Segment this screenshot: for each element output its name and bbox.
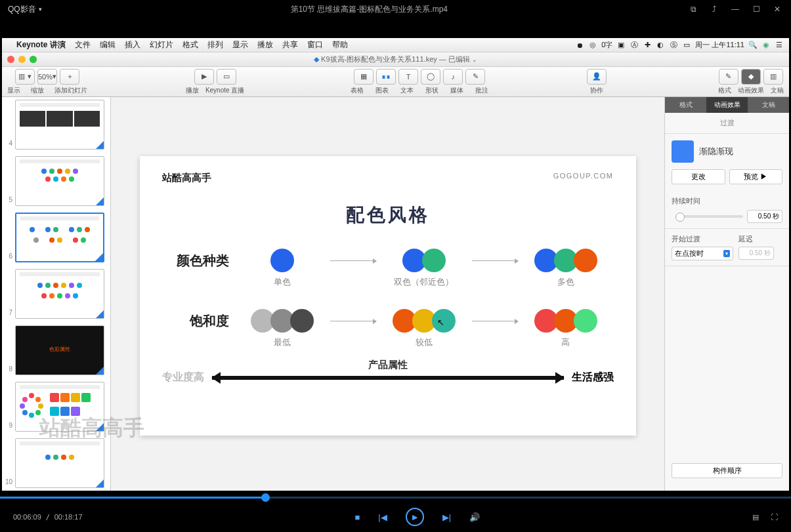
pin-icon[interactable]: ⤴ [710,5,719,14]
stop-button[interactable]: ■ [354,512,360,522]
mac-app-name[interactable]: Keynote 讲演 [16,39,66,51]
volume-button[interactable]: 🔊 [469,512,480,522]
effect-name: 渐隐渐现 [699,146,733,157]
duration-slider[interactable] [675,215,743,218]
duration-input[interactable]: 0.50 秒 [747,210,782,223]
wordcount: 0字 [601,40,612,50]
menu-help[interactable]: 帮助 [332,39,348,51]
clock[interactable]: 周一 上午11:11 [695,40,744,50]
inspector-tab-document[interactable]: 文稿 [748,97,789,113]
player-controls: 00:06:09 / 00:18:17 ■ |◀ ▶ ▶| 🔊 ▤ ⛶ [0,502,791,532]
control-center-icon[interactable]: ☰ [775,41,784,50]
time-display: 00:06:09 / 00:18:17 [13,513,83,522]
status-icon-3[interactable]: ✚ [643,41,652,50]
maximize-icon[interactable]: ☐ [752,5,761,14]
play-pause-button[interactable]: ▶ [406,508,424,526]
menu-format[interactable]: 格式 [182,39,198,51]
table-button[interactable]: ▦ [354,69,374,85]
qq-app-menu[interactable]: QQ影音 ▾ [0,4,50,15]
menu-file[interactable]: 文件 [75,39,91,51]
shape-button[interactable]: ◯ [421,69,440,85]
close-window-icon[interactable] [7,56,14,63]
live-button[interactable]: ▭ [217,69,236,85]
slide-thumb-8[interactable]: 色彩属性 [15,325,104,375]
spotlight-icon[interactable]: 🔍 [748,41,758,50]
row2-label: 饱和度 [162,312,234,330]
mac-screen: Keynote 讲演 文件 编辑 插入 幻灯片 格式 排列 显示 播放 共享 窗… [2,38,789,491]
siri-icon[interactable]: ◉ [761,41,771,50]
collab-label: 协作 [590,86,603,95]
keynote-toolbar: ▥ ▾ 50% ▾ ＋ 显示 缩放 添加幻灯片 ▶ ▭ [2,67,789,97]
close-icon[interactable]: ✕ [773,5,782,14]
change-effect-button[interactable]: 更改 [672,169,725,184]
menu-view[interactable]: 显示 [232,39,248,51]
document-title[interactable]: ◆ K9拔高-图标配色与业务关系111.key — 已编辑 ⌄ [54,54,737,64]
delay-label: 延迟 [738,234,782,244]
view-button[interactable]: ▥ ▾ [15,69,35,85]
qq-titlebar: QQ影音 ▾ 第10节 思维拔高篇-图标配色与业务关系.mp4 ⧉ ⤴ — ☐ … [0,0,791,18]
status-icon-1[interactable]: ▣ [616,41,626,50]
chevron-down-icon: ▾ [39,6,42,12]
slide-thumb-7[interactable] [15,269,104,319]
cc-icon[interactable]: ◎ [588,41,597,50]
duration-label: 持续时间 [672,196,782,206]
status-icon-4[interactable]: ◐ [656,41,665,50]
minimize-icon[interactable]: — [731,5,740,14]
minimize-window-icon[interactable] [18,56,26,63]
collab-button[interactable]: 👤 [587,69,607,85]
format-tab-button[interactable]: ✎ [719,69,738,85]
pip-icon[interactable]: ⧉ [689,5,698,14]
fullscreen-icon[interactable]: ⛶ [771,513,778,522]
battery-icon[interactable]: ▭ [682,41,691,50]
inspector-tab-format[interactable]: 格式 [665,97,706,113]
status-icon-2[interactable]: Ⓐ [630,41,639,50]
slide-canvas[interactable]: 站酷高高手 GOGOUP.COM 配色风格 颜色种类 单色 [111,97,664,491]
chart-button[interactable]: ∎∎ [376,69,396,85]
status-icon-5[interactable]: Ⓢ [669,41,678,50]
keynote-titlebar: ◆ K9拔高-图标配色与业务关系111.key — 已编辑 ⌄ [2,52,789,67]
menu-play[interactable]: 播放 [257,39,273,51]
effect-preview-icon [672,140,694,163]
menu-edit[interactable]: 编辑 [100,39,116,51]
row1-label: 颜色种类 [162,252,234,270]
start-select[interactable]: 在点按时▾ [672,247,733,260]
menu-arrange[interactable]: 排列 [207,39,223,51]
next-button[interactable]: ▶| [442,512,451,522]
slide-navigator[interactable]: 4 5 6 7 8色彩属性 9 10 [2,97,111,491]
slide-thumb-4[interactable] [15,100,104,150]
delay-input[interactable]: 0.50 秒 [738,247,774,260]
preview-effect-button[interactable]: 预览 ▶ [729,169,783,184]
record-icon[interactable]: ⏺ [575,41,584,50]
prev-button[interactable]: |◀ [378,512,387,522]
playlist-icon[interactable]: ▤ [752,513,759,522]
progress-bar[interactable] [0,493,791,502]
document-tab-button[interactable]: ▥ [763,69,783,85]
build-order-button[interactable]: 构件顺序 [672,463,782,478]
progress-handle[interactable] [261,493,270,502]
arrow-icon [472,260,518,261]
axis-right-label: 生活感强 [572,371,614,384]
animate-tab-button[interactable]: ◆ [741,69,761,85]
slide-url: GOGOUP.COM [553,172,614,180]
comment-button[interactable]: ✎ [465,69,485,85]
video-viewport: Keynote 讲演 文件 编辑 插入 幻灯片 格式 排列 显示 播放 共享 窗… [0,18,791,495]
inspector-tab-animate[interactable]: 动画效果 [706,97,748,113]
media-button[interactable]: ♪ [443,69,463,85]
menu-insert[interactable]: 插入 [125,39,140,51]
add-slide-button[interactable]: ＋ [60,69,79,85]
slide-thumb-9[interactable] [15,382,104,432]
zoom-window-icon[interactable] [30,56,37,63]
menu-share[interactable]: 共享 [282,39,298,51]
slide-thumb-6[interactable] [15,213,104,262]
slide-thumb-5[interactable] [15,156,104,206]
play-button[interactable]: ▶ [194,69,214,85]
color-types-row: 颜色种类 [162,249,614,272]
live-label: Keynote 直播 [205,86,244,95]
menu-slide[interactable]: 幻灯片 [150,39,173,51]
text-button[interactable]: T [398,69,418,85]
slide-title: 配色风格 [162,203,614,228]
slide-thumb-10[interactable] [15,438,104,488]
zoom-button[interactable]: 50% ▾ [37,69,57,85]
zoom-label: 缩放 [31,86,44,95]
menu-window[interactable]: 窗口 [307,39,323,51]
